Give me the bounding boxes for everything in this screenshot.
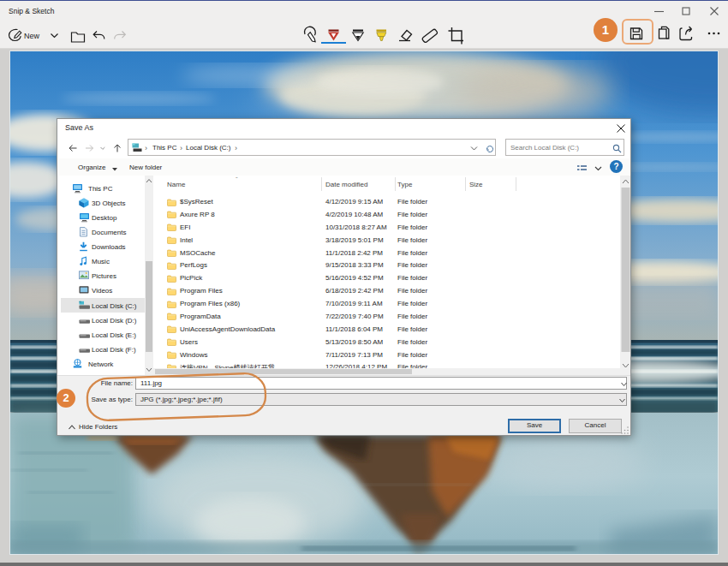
svg-text:New: New — [24, 32, 40, 40]
